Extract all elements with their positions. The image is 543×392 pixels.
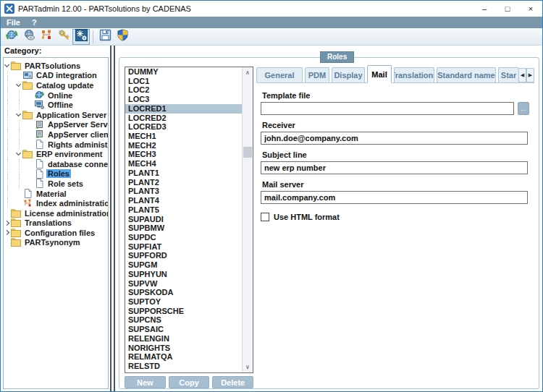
tab-translations[interactable]: Translations	[394, 67, 434, 82]
list-item[interactable]: PLANT4	[125, 196, 242, 205]
folder-icon	[22, 80, 33, 90]
tree-expander-icon[interactable]	[15, 111, 22, 119]
list-item[interactable]: LOC3	[125, 95, 242, 104]
scroll-down-arrow-icon[interactable]: ∨	[243, 362, 253, 372]
maximize-button[interactable]: □	[496, 1, 519, 17]
list-item[interactable]: PLANT1	[125, 169, 242, 178]
tree-item-partsolutions[interactable]: PARTsolutions	[4, 61, 108, 71]
list-item[interactable]: SUPTOY	[125, 297, 242, 307]
list-item[interactable]: MECH2	[125, 141, 242, 150]
tab-display[interactable]: Display	[332, 67, 365, 82]
delete-button[interactable]: Delete	[212, 376, 253, 388]
groupbox-title-badge: Roles	[320, 51, 354, 63]
list-item[interactable]: SUPPORSCHE	[125, 307, 242, 316]
tree-item-appserver-client[interactable]: AppServer client	[4, 129, 108, 140]
list-item[interactable]: SUPAUDI	[125, 215, 242, 224]
list-item[interactable]: MECH3	[125, 150, 242, 159]
tab-mail[interactable]: Mail	[367, 65, 392, 83]
tab-star[interactable]: Star	[498, 67, 518, 82]
list-item[interactable]: SUPSAIC	[125, 325, 242, 334]
tree-item-translations[interactable]: Translations	[4, 218, 108, 229]
close-button[interactable]: ×	[519, 1, 542, 17]
list-item[interactable]: SUPBMW	[125, 223, 242, 233]
menu-item-?[interactable]: ?	[32, 18, 37, 27]
tree-item-rights-administration[interactable]: Rights administration	[4, 140, 108, 150]
tree-item-cad-integration[interactable]: CAD integration	[4, 71, 108, 81]
list-item[interactable]: SUPFORD	[125, 251, 242, 260]
menu-item-file[interactable]: File	[7, 18, 20, 27]
list-item[interactable]: LOCRED2	[125, 114, 242, 123]
tree-item-label: AppServer client	[46, 130, 109, 139]
list-item[interactable]: MECH1	[125, 132, 242, 141]
receiver-input[interactable]	[261, 132, 528, 145]
list-item[interactable]: SUPSKODA	[125, 288, 242, 297]
list-item[interactable]: RELSTD	[125, 362, 242, 371]
tab-standard-name[interactable]: Standard name	[437, 67, 496, 82]
list-item[interactable]: NORIGHTS	[125, 344, 242, 353]
mail-server-input[interactable]	[261, 191, 528, 204]
admin-shield-button[interactable]	[114, 29, 131, 45]
tree-expander-icon[interactable]	[4, 219, 11, 226]
tree-item-offline[interactable]: Offline	[4, 100, 108, 110]
list-item[interactable]: RELRD	[125, 371, 242, 372]
tree-item-partsynonym[interactable]: PARTsynonym	[4, 238, 108, 248]
list-item[interactable]: RELMATQA	[125, 352, 242, 362]
index-icon	[22, 199, 33, 208]
list-item[interactable]: SUPGM	[125, 260, 242, 270]
tree-item-role-sets[interactable]: Role sets	[4, 179, 108, 189]
tree-expander-icon[interactable]	[4, 62, 11, 69]
list-item[interactable]: RELENGIN	[125, 334, 242, 344]
list-item[interactable]: LOCRED1	[125, 104, 242, 114]
scrollbar-track[interactable]	[243, 78, 253, 362]
index-scatter-button[interactable]	[38, 29, 55, 45]
scroll-up-arrow-icon[interactable]: ∧	[243, 67, 253, 78]
list-item[interactable]: PLANT3	[125, 187, 242, 196]
keys-button[interactable]	[55, 29, 72, 45]
list-item[interactable]: SUPCNS	[125, 315, 242, 325]
list-item[interactable]: LOC1	[125, 77, 242, 86]
list-item[interactable]: LOC2	[125, 85, 242, 95]
tree-item-configuration-files[interactable]: Configuration files	[4, 228, 108, 238]
tree-item-application-server[interactable]: Application Server	[4, 110, 108, 120]
list-item[interactable]: SUPDC	[125, 233, 242, 242]
tab-general[interactable]: General	[256, 67, 303, 82]
tree-expander-icon[interactable]	[15, 82, 22, 89]
tree-item-roles[interactable]: Roles	[4, 169, 108, 179]
use-html-checkbox[interactable]	[261, 213, 269, 221]
tab-scroll-right-icon[interactable]: ▶	[526, 68, 534, 82]
template-file-input[interactable]	[261, 102, 514, 115]
tree-item-erp-environment[interactable]: ERP environment	[4, 149, 108, 159]
copy-button[interactable]: Copy	[169, 376, 210, 388]
tree-expander-icon[interactable]	[15, 150, 22, 158]
list-item[interactable]: LOCRED3	[125, 122, 242, 132]
tree-item-license-administration[interactable]: License administration	[4, 208, 108, 218]
tree-indent-guide	[7, 129, 15, 140]
list-item[interactable]: PLANT5	[125, 205, 242, 215]
tree-expander-icon[interactable]	[4, 229, 11, 237]
list-item[interactable]: SUPHYUN	[125, 270, 242, 279]
floppy-save-button[interactable]	[96, 29, 114, 45]
list-item[interactable]: SUPFIAT	[125, 242, 242, 252]
tree-item-appserver-service[interactable]: AppServer Service	[4, 120, 108, 130]
list-item[interactable]: DUMMY	[125, 67, 242, 77]
new-button[interactable]: New	[125, 376, 166, 388]
subject-line-input[interactable]	[261, 161, 528, 174]
tree-item-catalog-update[interactable]: Catalog update	[4, 80, 108, 90]
tree-item-material[interactable]: Material	[4, 189, 108, 199]
list-scrollbar[interactable]: ∧ ∨	[242, 67, 253, 372]
tree-item-online[interactable]: Online	[4, 90, 108, 101]
tab-pdm[interactable]: PDM	[305, 67, 329, 82]
panel-splitter[interactable]	[110, 46, 115, 392]
globe-disc-button[interactable]	[20, 29, 38, 45]
browse-button[interactable]: ...	[518, 102, 529, 115]
list-item[interactable]: SUPVW	[125, 279, 242, 289]
scrollbar-thumb[interactable]	[243, 147, 252, 158]
tab-scroll-left-icon[interactable]: ◀	[518, 68, 526, 82]
tree-item-database-connection[interactable]: database connection	[4, 159, 108, 169]
globe-sync-button[interactable]	[3, 29, 20, 45]
tree-item-index-administration[interactable]: Index administration	[4, 198, 108, 208]
list-item[interactable]: MECH4	[125, 159, 242, 169]
snowflake-gear-button[interactable]	[72, 29, 90, 45]
minimize-button[interactable]: –	[473, 1, 496, 17]
list-item[interactable]: PLANT2	[125, 178, 242, 187]
